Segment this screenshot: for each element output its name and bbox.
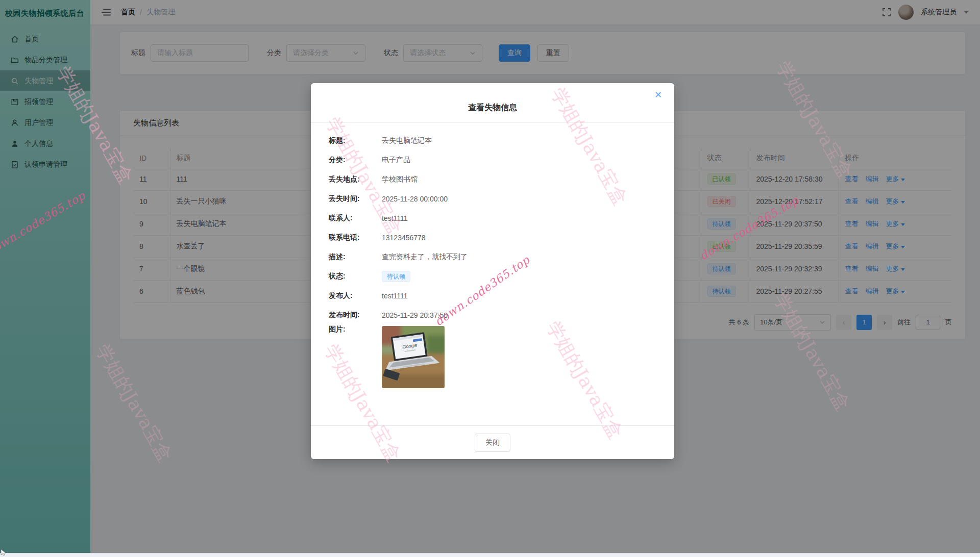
field-value: 查完资料走了，就找不到了 [382, 252, 468, 262]
field-value: 2025-11-29 20:37:50 [382, 311, 448, 319]
field-label: 丢失地点: [329, 175, 382, 184]
item-photo[interactable]: Google [382, 326, 445, 388]
field-value: 电子产品 [382, 156, 410, 165]
close-icon[interactable]: ✕ [654, 89, 662, 100]
dialog-field-row: 联系人:test1111 [329, 209, 659, 228]
field-label: 描述: [329, 252, 382, 262]
field-label: 联系电话: [329, 233, 382, 242]
field-label: 状态: [329, 272, 382, 281]
dialog-field-row: 发布时间:2025-11-29 20:37:50 [329, 306, 659, 325]
dialog-footer: 关闭 [311, 425, 674, 459]
field-value: 13123456778 [382, 234, 426, 242]
field-value: 丢失电脑笔记本 [382, 136, 432, 145]
field-label: 发布人: [329, 291, 382, 300]
field-value: test1111 [382, 292, 408, 300]
dialog-field-row: 状态:待认领 [329, 267, 659, 286]
dialog-field-row: 联系电话:13123456778 [329, 228, 659, 247]
dialog-field-row: 描述:查完资料走了，就找不到了 [329, 247, 659, 267]
view-item-dialog: 查看失物信息 ✕ 标题:丢失电脑笔记本分类:电子产品丢失地点:学校图书馆丢失时间… [311, 83, 674, 459]
dialog-field-row: 发布人:test1111 [329, 286, 659, 306]
dialog-field-row: 丢失时间:2025-11-28 00:00:00 [329, 189, 659, 209]
dialog-field-row: 图片:Google [329, 325, 659, 388]
field-value: 学校图书馆 [382, 175, 418, 184]
dialog-body: 标题:丢失电脑笔记本分类:电子产品丢失地点:学校图书馆丢失时间:2025-11-… [311, 123, 674, 425]
field-label: 分类: [329, 156, 382, 165]
dialog-field-row: 标题:丢失电脑笔记本 [329, 131, 659, 150]
close-button[interactable]: 关闭 [475, 434, 510, 452]
dialog-field-row: 丢失地点:学校图书馆 [329, 170, 659, 189]
dialog-header: 查看失物信息 ✕ [311, 83, 674, 123]
status-badge: 待认领 [382, 271, 410, 282]
dialog-title: 查看失物信息 [311, 83, 674, 113]
field-label: 联系人: [329, 214, 382, 223]
field-label: 标题: [329, 136, 382, 145]
field-value: 2025-11-28 00:00:00 [382, 195, 448, 203]
field-label: 丢失时间: [329, 194, 382, 204]
field-value: test1111 [382, 214, 408, 222]
mouse-cursor [1, 549, 7, 556]
dialog-field-row: 分类:电子产品 [329, 150, 659, 170]
field-label: 发布时间: [329, 311, 382, 320]
horizontal-scrollbar[interactable] [0, 553, 980, 557]
field-label: 图片: [329, 325, 382, 334]
